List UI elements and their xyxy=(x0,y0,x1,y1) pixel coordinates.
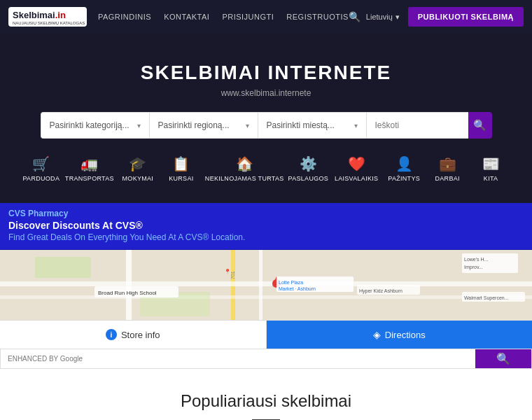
category-select[interactable]: Pasirinkti kategoriją... ▾ xyxy=(41,112,149,139)
category-paslaugos[interactable]: ⚙️ PASLAUGOS xyxy=(288,155,329,182)
search-bar: Pasirinkti kategoriją... ▾ Pasirinkti re… xyxy=(14,112,518,139)
categories-bar: 🛒 PARDUODA 🚛 TRANSPORTAS 🎓 MOKYMAI 📋 KUR… xyxy=(14,155,518,182)
cat-label: KITA xyxy=(484,175,498,182)
svg-text:701: 701 xyxy=(230,271,235,279)
publish-button[interactable]: PUBLIKUOTI SKELBIMĄ xyxy=(408,7,524,27)
cat-label: NEKILNOJAMAS TURTAS xyxy=(205,175,284,182)
cat-label: MOKYMAI xyxy=(122,175,154,182)
nav-links: PAGRINDINIS KONTAKTAI PRISIJUNGTI REGIST… xyxy=(98,13,349,21)
svg-rect-7 xyxy=(35,257,91,278)
navbar: Skelbimai.in NAUJAUSIŲ SKELBIMŲ KATALOGA… xyxy=(0,0,532,34)
hero-content: SKELBIMAI INTERNETE www.skelbimai.intern… xyxy=(14,62,518,182)
category-kita[interactable]: 📰 KITA xyxy=(471,155,510,182)
chevron-down-icon: ▾ xyxy=(137,122,141,130)
category-laisvalaikis[interactable]: ❤️ LAISVALAIKIS xyxy=(332,155,380,182)
svg-text:Lotte Plaza: Lotte Plaza xyxy=(279,280,303,285)
search-input[interactable] xyxy=(366,112,469,139)
search-icon: 🔍 xyxy=(473,119,486,132)
nav-pagrindinis[interactable]: PAGRINDINIS xyxy=(98,13,151,21)
cat-label: LAISVALAIKIS xyxy=(335,175,378,182)
google-search-button[interactable]: 🔍 xyxy=(475,349,531,368)
map-svg: 701 Broad Run High School 📍 Lotte Plaza … xyxy=(0,250,532,320)
svg-text:Broad Run High School: Broad Run High School xyxy=(98,290,157,296)
ad-store-name: CVS Pharmacy xyxy=(8,209,524,218)
svg-rect-5 xyxy=(0,295,532,299)
category-kursai[interactable]: 📋 KURSAI xyxy=(162,155,201,182)
google-search-input[interactable] xyxy=(87,354,468,364)
region-select[interactable]: Pasirinkti regioną... ▾ xyxy=(149,112,258,139)
category-nekilnojamas[interactable]: 🏠 NEKILNOJAMAS TURTAS xyxy=(205,155,284,182)
logo-subtitle: NAUJAUSIŲ SKELBIMŲ KATALOGAS xyxy=(13,21,85,25)
clipboard-icon: 📋 xyxy=(172,155,190,172)
svg-text:Lowe's H...: Lowe's H... xyxy=(464,257,488,262)
chevron-down-icon: ▾ xyxy=(246,122,249,130)
hero-section: SKELBIMAI INTERNETE www.skelbimai.intern… xyxy=(0,34,532,203)
search-icon: 🔍 xyxy=(496,352,510,365)
hero-title: SKELBIMAI INTERNETE xyxy=(14,62,518,84)
cat-label: PASLAUGOS xyxy=(288,175,329,182)
ad-description: Find Great Deals On Everything You Need … xyxy=(8,232,524,242)
cat-label: DARBAI xyxy=(435,175,459,182)
briefcase-icon: 💼 xyxy=(439,155,456,172)
google-enhanced-label: ENHANCED BY Google xyxy=(1,349,475,368)
ad-banner: CVS Pharmacy Discover Discounts At CVS® … xyxy=(0,203,532,250)
directions-button[interactable]: ◈ Directions xyxy=(267,321,533,349)
svg-text:📍: 📍 xyxy=(224,268,231,275)
graduation-icon: 🎓 xyxy=(129,155,146,172)
truck-icon: 🚛 xyxy=(80,155,98,172)
newspaper-icon: 📰 xyxy=(482,155,500,172)
person-icon: 👤 xyxy=(396,155,413,172)
nav-registruotis[interactable]: REGISTRUOTIS xyxy=(286,13,349,21)
info-icon: i xyxy=(106,329,117,340)
ad-headline: Discover Discounts At CVS® xyxy=(8,220,524,231)
cat-label: KURSAI xyxy=(169,175,193,182)
nav-kontaktai[interactable]: KONTAKTAI xyxy=(164,13,209,21)
map-outer: CVS Pharmacy Discover Discounts At CVS® … xyxy=(0,203,532,369)
nav-prisijungti[interactable]: PRISIJUNGTI xyxy=(222,13,274,21)
category-darbai[interactable]: 💼 DARBAI xyxy=(428,155,467,182)
language-selector[interactable]: Lietuvių ▾ xyxy=(366,13,400,22)
home-icon: 🏠 xyxy=(236,155,253,172)
hero-subtitle: www.skelbimai.internete xyxy=(14,88,518,98)
svg-text:Improv...: Improv... xyxy=(464,265,483,270)
chevron-down-icon: ▾ xyxy=(396,13,400,22)
cat-label: PAŽINTYS xyxy=(388,175,420,182)
heart-icon: ❤️ xyxy=(348,155,365,172)
map-section: CVS Pharmacy Discover Discounts At CVS® … xyxy=(0,203,532,369)
google-enhanced-text: ENHANCED BY Google xyxy=(8,355,83,363)
cat-label: TRANSPORTAS xyxy=(65,175,114,182)
popular-section: Populiariausi skelbimai xyxy=(0,369,532,420)
tools-icon: ⚙️ xyxy=(300,155,317,172)
svg-text:Walmart Supercen...: Walmart Supercen... xyxy=(464,295,509,301)
city-select[interactable]: Pasirinkti miestą... ▾ xyxy=(258,112,366,139)
svg-rect-4 xyxy=(0,281,532,286)
category-pazintys[interactable]: 👤 PAŽINTYS xyxy=(384,155,424,182)
logo-in-text: .in xyxy=(55,10,66,20)
directions-icon: ◈ xyxy=(373,329,381,340)
category-mokymai[interactable]: 🎓 MOKYMAI xyxy=(118,155,158,182)
svg-text:Market · Ashburn: Market · Ashburn xyxy=(279,286,316,291)
map-actions: i Store info ◈ Directions xyxy=(0,320,532,349)
category-transportas[interactable]: 🚛 TRANSPORTAS xyxy=(65,155,114,182)
cat-label: PARDUODA xyxy=(22,175,59,182)
logo-text: Skelbimai.in xyxy=(13,10,66,20)
search-input-wrap: 🔍 xyxy=(366,112,492,139)
google-search-bar: ENHANCED BY Google 🔍 xyxy=(0,349,532,369)
search-button[interactable]: 🔍 xyxy=(468,112,491,139)
store-info-button[interactable]: i Store info xyxy=(0,321,267,349)
map-container: 701 Broad Run High School 📍 Lotte Plaza … xyxy=(0,250,532,320)
cart-icon: 🛒 xyxy=(32,155,50,172)
logo[interactable]: Skelbimai.in NAUJAUSIŲ SKELBIMŲ KATALOGA… xyxy=(8,7,87,27)
chevron-down-icon: ▾ xyxy=(354,122,358,130)
search-icon[interactable]: 🔍 xyxy=(349,11,360,22)
svg-text:Hyper Kidz Ashburn: Hyper Kidz Ashburn xyxy=(359,288,402,294)
popular-title: Populiariausi skelbimai xyxy=(14,391,518,411)
category-parduoda[interactable]: 🛒 PARDUODA xyxy=(22,155,61,182)
